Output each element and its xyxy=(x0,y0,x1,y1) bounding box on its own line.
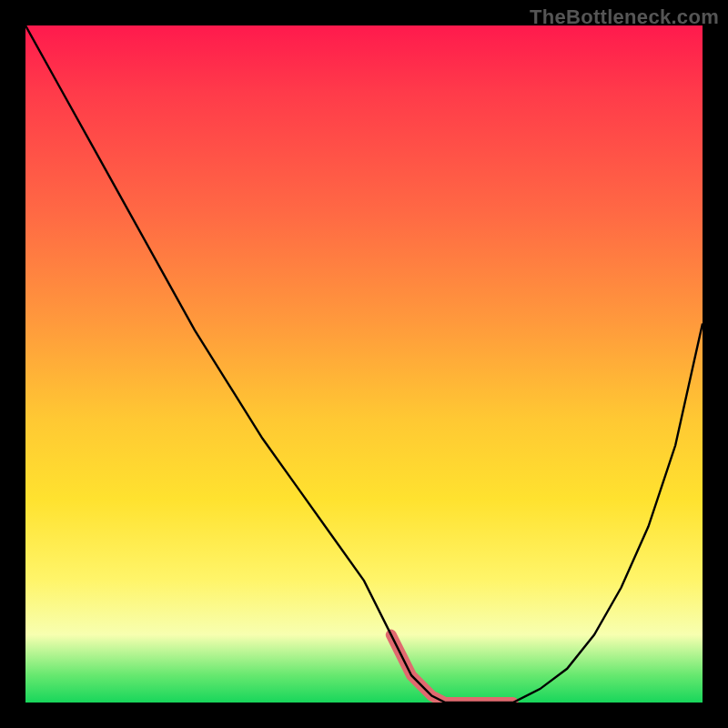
chart-stage: TheBottleneck.com xyxy=(0,0,728,728)
curve-layer xyxy=(25,25,703,703)
plot-area xyxy=(25,25,703,703)
bottleneck-curve xyxy=(25,25,703,703)
optimal-range-highlight xyxy=(391,635,513,703)
